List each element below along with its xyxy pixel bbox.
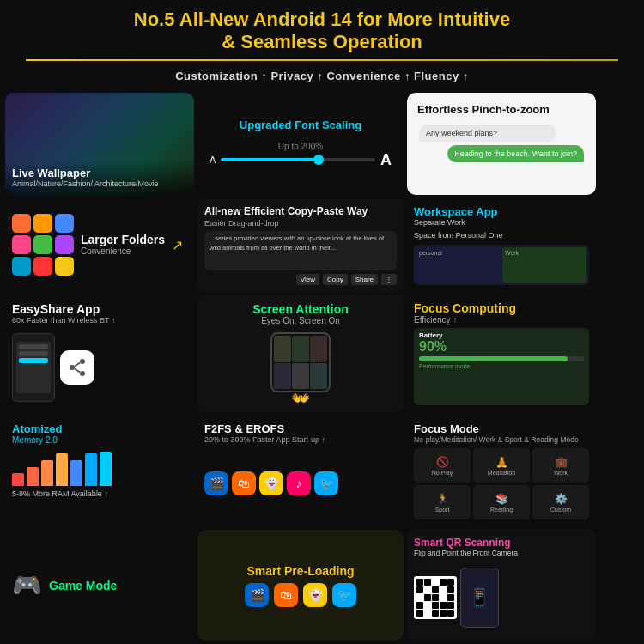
app-icon-etsy: 🛍 [232, 471, 256, 495]
copy-paste-text-box: ...series provided viewers with an up-cl… [204, 231, 397, 270]
qr-px-22 [424, 610, 431, 617]
easyshare-preview [12, 329, 187, 405]
folder-arrow: ↗ [172, 237, 183, 253]
qr-px-5 [447, 579, 454, 586]
game-mode-title: Game Mode [49, 579, 117, 592]
battery-widget-title: Battery [419, 331, 584, 339]
header-title-line2: & Seamless Operation [222, 31, 422, 52]
phone-mock-qr: 📱 [460, 568, 499, 628]
folder-icon-1 [12, 214, 31, 233]
smart-preloading-icons: 🎬 🛍 👻 🐦 [245, 583, 356, 607]
f2fs-title: F2FS & EROFS [204, 422, 397, 435]
app-icon-twitter: 🐦 [314, 471, 338, 495]
qr-px-24 [440, 610, 447, 617]
mem-bar-1 [12, 473, 24, 486]
app-icon-snapchat: 👻 [259, 471, 283, 495]
main-grid: Live Wallpaper Animal/Nature/Fashion/ Ar… [0, 89, 644, 644]
qr-code-block [414, 576, 457, 619]
cell-pinch-zoom: Effortless Pinch-to-zoom Any weekend pla… [407, 93, 596, 195]
app-icon-other: ♪ [287, 471, 311, 495]
font-a-small: A [210, 155, 216, 165]
qr-px-8 [432, 586, 439, 593]
screen-attention-sub: Eyes On, Screen On [261, 316, 340, 325]
face-1 [274, 336, 291, 362]
cell-easyshare: EasyShare App 60x Faster than Wireless B… [5, 295, 194, 413]
pinch-zoom-title: Effortless Pinch-to-zoom [414, 100, 589, 121]
header-subtitle: Customization ↑ Privacy ↑ Convenience ↑ … [17, 66, 627, 84]
f2fs-sub: 20% to 300% Faster App Start-up ↑ [204, 435, 397, 444]
focus-mode-noplay: 🚫 No Play [414, 448, 471, 483]
workspace-sub1: Separate Work [414, 218, 589, 228]
live-wallpaper-title: Live Wallpaper [12, 167, 187, 179]
qr-px-1 [416, 579, 423, 586]
view-btn[interactable]: View [296, 274, 319, 285]
live-wallpaper-sub: Animal/Nature/Fashion/ Architecture/Movi… [12, 179, 187, 190]
face-grid [270, 332, 331, 392]
font-a-large: A [380, 151, 392, 169]
folder-title: Larger Folders [81, 234, 165, 246]
font-scaling-percent: Up to 200% [278, 142, 323, 151]
memory-bars [12, 452, 187, 486]
cell-focus-mode: Focus Mode No-play/Meditation/ Work & Sp… [407, 416, 596, 526]
focus-mode-custom: ⚙️ Custom [532, 485, 589, 519]
easyshare-icon-circle [60, 350, 94, 385]
phone-line-3 [19, 358, 48, 363]
font-slider-row: A A [204, 151, 397, 169]
smart-icon-1: 🎬 [245, 583, 269, 607]
phone-mock-easyshare [12, 333, 55, 402]
focus-mode-work-icon: 💼 [555, 456, 568, 468]
cell-folders: Larger Folders Convenience ↗ [5, 198, 194, 292]
qr-px-16 [416, 602, 423, 609]
app-icons-row: 🎬 🛍 👻 ♪ 🐦 [204, 447, 397, 519]
phone-line-1 [19, 344, 48, 349]
qr-px-4 [440, 579, 447, 586]
app-icon-disney: 🎬 [204, 471, 228, 495]
battery-fill [419, 356, 568, 361]
chat-bubble-1: Any weekend plans? [419, 125, 556, 142]
focus-mode-sport: 🏃 Sport [414, 485, 471, 519]
easyshare-svg-icon [67, 357, 88, 378]
focus-mode-grid: 🚫 No Play 🧘 Meditation 💼 Work 🏃 Sport 📚 [414, 448, 589, 519]
atomized-sub: 5-9% More RAM Available ↑ [12, 489, 187, 498]
smart-preloading-title: Smart Pre-Loading [246, 564, 354, 578]
qr-px-17 [424, 602, 431, 609]
share-btn[interactable]: Share [351, 274, 378, 285]
folder-icon-4 [12, 235, 31, 254]
header-title-line1: No.5 All-New Android 14 for More Intuiti… [134, 9, 510, 30]
font-slider-track[interactable] [221, 158, 375, 161]
copy-paste-title: All-new Efficient Copy-Paste Way [204, 205, 397, 217]
copy-btn[interactable]: Copy [323, 274, 348, 285]
svg-point-0 [80, 359, 85, 364]
smart-icon-3: 👻 [303, 583, 327, 607]
font-slider-thumb [313, 155, 324, 165]
folder-icon-2 [33, 214, 52, 233]
focus-mode-custom-icon: ⚙️ [555, 493, 568, 505]
face-5 [292, 363, 309, 390]
qr-px-23 [432, 610, 439, 617]
battery-mode-text: Performance mode [419, 363, 584, 369]
focus-mode-meditation: 🧘 Meditation [473, 448, 530, 483]
header-title: No.5 All-New Android 14 for More Intuiti… [17, 9, 627, 54]
qr-px-21 [416, 610, 423, 617]
face-6 [310, 363, 327, 390]
cell-live-wallpaper: Live Wallpaper Animal/Nature/Fashion/ Ar… [5, 93, 194, 195]
face-3 [310, 336, 327, 362]
more-btn[interactable]: ⋮ [381, 274, 397, 285]
cell-f2fs: F2FS & EROFS 20% to 300% Faster App Star… [197, 416, 404, 526]
header-divider [26, 59, 618, 61]
svg-point-1 [70, 365, 75, 370]
focus-mode-noplay-icon: 🚫 [436, 456, 449, 468]
cell-atomized-memory: Atomized Memory 2.0 5-9% More RAM Availa… [5, 416, 194, 526]
focus-mode-meditation-icon: 🧘 [495, 456, 508, 468]
mem-bar-3 [41, 460, 53, 486]
qr-px-13 [432, 594, 439, 601]
cell-focus-computing: Focus Computing Efficiency ↑ Battery 90%… [407, 295, 596, 413]
qr-title: Smart QR Scanning [414, 537, 589, 549]
easyshare-title: EasyShare App [12, 302, 187, 316]
qr-px-25 [447, 610, 454, 617]
folder-icon-9 [55, 257, 74, 276]
folder-text: Larger Folders Convenience [81, 234, 165, 256]
folder-icon-8 [33, 257, 52, 276]
atomized-version: Memory 2.0 [12, 435, 187, 445]
folder-sub: Convenience [81, 246, 165, 256]
